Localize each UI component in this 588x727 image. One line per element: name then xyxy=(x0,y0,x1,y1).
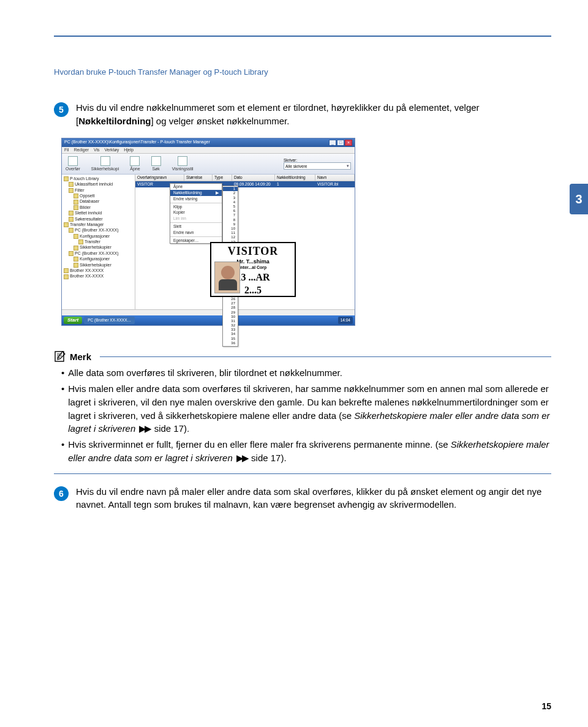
window-title: PC (Brother XX-XXXX)\Konfigurasjoner\Tra… xyxy=(64,140,210,145)
tree-item[interactable]: Sikkerhetskopier xyxy=(64,245,133,250)
tree-item-label: Konfigurasjoner xyxy=(80,234,110,238)
tree-item[interactable]: Konfigurasjoner xyxy=(64,257,133,262)
menu-rediger[interactable]: Rediger xyxy=(74,148,89,153)
list-area: Overføringsnavn Størrelse Type Dato Nøkk… xyxy=(135,175,355,309)
minimize-icon[interactable]: _ xyxy=(329,140,336,146)
tree-item[interactable]: PC (Brother XX-XXXX) xyxy=(64,250,133,256)
tree-item[interactable]: Transfer xyxy=(64,239,133,245)
toolbar-transfer[interactable]: Overfør xyxy=(66,156,80,171)
tree-item[interactable]: PC (Brother XX-XXXX) xyxy=(64,228,133,233)
key-option[interactable]: 1 xyxy=(223,187,238,191)
cell-key: 1 xyxy=(275,182,315,187)
col-key[interactable]: Nøkkeltilordning xyxy=(275,175,315,181)
tree-item[interactable]: Uklassifisert innhold xyxy=(64,182,133,187)
step-number-5: 5 xyxy=(54,102,69,117)
close-icon[interactable]: × xyxy=(345,140,352,146)
tree-item[interactable]: Søkeresultater xyxy=(64,216,133,222)
tree-item[interactable]: Slettet innhold xyxy=(64,211,133,216)
key-option[interactable]: 11 xyxy=(223,231,238,235)
tree-item[interactable]: Brother XX-XXXX xyxy=(64,274,133,279)
col-size[interactable]: Størrelse xyxy=(184,175,213,181)
key-option[interactable]: 30 xyxy=(223,315,238,319)
toolbar-search[interactable]: Søk xyxy=(151,156,161,171)
note-b3c: side 17). xyxy=(249,453,287,463)
key-option[interactable]: 28 xyxy=(223,306,238,310)
ctx-paste: Lim inn xyxy=(170,216,222,222)
tree-item[interactable]: Sikkerhetskopier xyxy=(64,262,133,268)
key-option[interactable]: 2 xyxy=(223,191,238,195)
tree-item[interactable]: Oppsett xyxy=(64,193,133,198)
cell-date: 09.09.2006 14:09:20 xyxy=(232,182,275,187)
key-option[interactable]: 27 xyxy=(223,301,238,306)
key-option[interactable]: 8 xyxy=(223,218,238,222)
selected-row[interactable]: VISITOR 09.09.2006 14:09:20 1 VISITOR.lb… xyxy=(135,181,355,187)
key-option[interactable]: 5 xyxy=(223,205,238,209)
toolbar-view[interactable]: Visningsstil xyxy=(172,156,194,171)
tree-item[interactable]: Filter xyxy=(64,187,133,193)
tree-item[interactable]: Databaser xyxy=(64,199,133,205)
maximize-icon[interactable]: □ xyxy=(337,140,344,146)
tree-item[interactable]: Brother XX-XXXX xyxy=(64,268,133,274)
note-b2c: side 17). xyxy=(151,423,189,434)
ctx-rename[interactable]: Endre navn xyxy=(170,230,222,236)
folder-icon xyxy=(64,268,69,273)
tree-item-label: Brother XX-XXXX xyxy=(70,268,104,273)
key-option[interactable]: 26 xyxy=(223,297,238,301)
key-option[interactable]: 12 xyxy=(223,235,238,239)
col-name[interactable]: Overføringsnavn xyxy=(135,175,184,181)
open-icon xyxy=(130,156,140,166)
key-option[interactable]: 3 xyxy=(223,196,238,200)
key-option[interactable]: 32 xyxy=(223,323,238,328)
key-option[interactable]: 34 xyxy=(223,332,238,336)
note-b2-text: Hvis malen eller andre data som overføre… xyxy=(68,382,551,435)
key-option[interactable]: 6 xyxy=(223,209,238,213)
key-option[interactable]: 33 xyxy=(223,328,238,332)
col-type[interactable]: Type xyxy=(213,175,232,181)
page-number: 15 xyxy=(541,701,551,711)
xref-arrows-2: ▶▶ xyxy=(236,453,247,463)
key-option[interactable]: 36 xyxy=(223,341,238,345)
ctx-key-assignment[interactable]: Nøkkeltilordning▶ xyxy=(170,190,222,196)
col-date[interactable]: Dato xyxy=(232,175,275,181)
tree-item-label: P-touch Library xyxy=(70,176,99,181)
printer-value: Alle skrivere xyxy=(285,164,307,169)
key-option[interactable]: 29 xyxy=(223,311,238,315)
start-button[interactable]: Start xyxy=(64,317,82,324)
note-bullet-2: Hvis malen eller andre data som overføre… xyxy=(61,382,551,435)
tree-view[interactable]: P-touch LibraryUklassifisert innholdFilt… xyxy=(62,175,135,309)
printer-dropdown[interactable]: Alle skrivere▾ xyxy=(284,162,351,170)
menu-verktøy[interactable]: Verktøy xyxy=(105,148,119,153)
ctx-open[interactable]: Åpne xyxy=(170,184,222,190)
tree-item-label: PC (Brother XX-XXXX) xyxy=(75,251,119,255)
folder-icon xyxy=(74,200,78,205)
ctx-cut[interactable]: Klipp xyxy=(170,204,222,210)
tree-item[interactable]: Transfer Manager xyxy=(64,222,133,227)
menu-vis[interactable]: Vis xyxy=(94,148,100,153)
menu-hjelp[interactable]: Hjelp xyxy=(124,148,134,153)
folder-icon xyxy=(69,217,74,222)
ctx-delete[interactable]: Slett xyxy=(170,224,222,230)
preview-photo xyxy=(214,262,240,293)
taskbar-item[interactable]: PC (Brother XX-XXXX… xyxy=(84,317,135,324)
menu-fil[interactable]: Fil xyxy=(64,148,69,153)
folder-icon xyxy=(69,211,74,216)
col-file[interactable]: Navn xyxy=(315,175,355,181)
note-b1-text: Alle data som overføres til skriveren, b… xyxy=(68,366,342,380)
key-option[interactable]: 4 xyxy=(223,200,238,205)
key-option[interactable]: 31 xyxy=(223,319,238,323)
ctx-copy[interactable]: Kopier xyxy=(170,209,222,216)
tree-item[interactable]: P-touch Library xyxy=(64,176,133,181)
toolbar-open[interactable]: Åpne xyxy=(130,156,140,171)
ctx-key-label: Nøkkeltilordning xyxy=(173,190,202,195)
tree-item[interactable]: Bilder xyxy=(64,205,133,210)
key-option[interactable]: 35 xyxy=(223,337,238,341)
key-option[interactable]: 7 xyxy=(223,213,238,217)
toolbar-backup[interactable]: Sikkerhetskopi xyxy=(91,156,119,171)
tree-item[interactable]: Konfigurasjoner xyxy=(64,233,133,239)
tree-item-label: Bilder xyxy=(80,205,91,209)
key-option[interactable]: 9 xyxy=(223,222,238,227)
ctx-change-view[interactable]: Endre visning xyxy=(170,196,222,202)
step-number-6: 6 xyxy=(54,486,69,501)
step5-part3: ] og velger ønsket nøkkelnummer. xyxy=(151,116,290,126)
key-option[interactable]: 10 xyxy=(223,227,238,231)
